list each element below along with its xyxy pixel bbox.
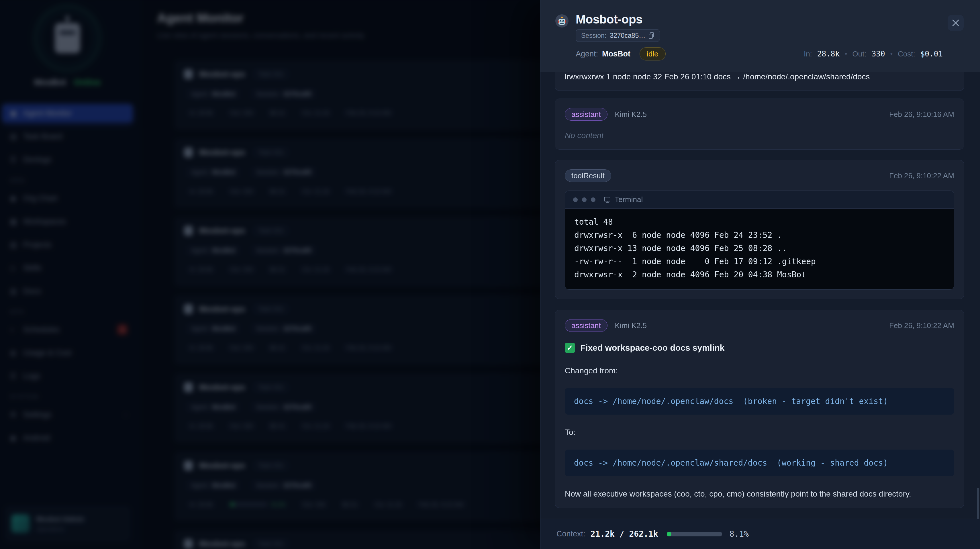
robot-avatar-icon bbox=[555, 14, 568, 27]
agent-name: MosBot bbox=[602, 49, 630, 59]
message-paragraph: Changed from: bbox=[565, 366, 954, 376]
session-id-badge[interactable]: Session: 3270ca85… bbox=[576, 29, 660, 42]
screen: MosBot Online ▣ Agent Monitor ▤ Task Boa… bbox=[0, 0, 980, 549]
terminal-line: drwxrwsr-x 6 node node 4096 Feb 24 23:52… bbox=[574, 229, 945, 242]
session-stats: In: 28.8k • Out: 330 • Cost: $0.01 bbox=[804, 47, 943, 61]
terminal-line: drwxrwsr-x 2 node node 4096 Feb 20 04:38… bbox=[574, 268, 945, 282]
context-footer: Context: 21.2k / 262.1k 8.1% bbox=[541, 519, 980, 549]
code-block: docs -> /home/node/.openclaw/docs (broke… bbox=[565, 388, 954, 415]
session-drawer: Mosbot-ops Session: 3270ca85… Agent: Mos… bbox=[540, 0, 980, 549]
agent-row: Agent: MosBot idle bbox=[576, 47, 666, 61]
timestamp: Feb 26, 9:10:16 AM bbox=[889, 110, 954, 119]
session-id: 3270ca85… bbox=[610, 32, 645, 40]
message-card-toolresult: toolResult Feb 26, 9:10:22 AM bbox=[555, 160, 964, 299]
code-text: docs -> /home/node/.openclaw/shared/docs… bbox=[574, 458, 888, 468]
in-label: In: bbox=[804, 49, 812, 59]
separator-dot: • bbox=[890, 50, 892, 58]
code-text: docs -> /home/node/.openclaw/docs (broke… bbox=[574, 396, 888, 406]
window-dot-icon bbox=[573, 197, 578, 202]
copy-icon[interactable] bbox=[649, 32, 654, 39]
in-value: 28.8k bbox=[817, 49, 840, 58]
no-content-text: No content bbox=[565, 131, 954, 140]
close-button[interactable] bbox=[948, 15, 964, 31]
close-icon bbox=[952, 19, 959, 27]
out-label: Out: bbox=[853, 49, 867, 59]
timestamp: Feb 26, 9:10:22 AM bbox=[889, 321, 954, 330]
window-dot-icon bbox=[591, 197, 595, 202]
scrollbar-thumb[interactable] bbox=[977, 488, 979, 519]
context-total: 262.1k bbox=[629, 529, 658, 539]
message-card-assistant-fix: assistant Kimi K2.5 Feb 26, 9:10:22 AM ✓… bbox=[555, 310, 964, 508]
message-text: lrwxrwxrwx 1 node node 32 Feb 26 01:10 d… bbox=[565, 72, 954, 81]
context-progress-fill bbox=[667, 532, 671, 536]
cost-value: $0.01 bbox=[920, 49, 943, 58]
context-percent: 8.1% bbox=[730, 529, 749, 539]
cost-label: Cost: bbox=[898, 49, 915, 59]
role-badge: assistant bbox=[565, 108, 608, 121]
terminal-line: -rw-rw-r-- 1 node node 0 Feb 17 09:12 .g… bbox=[574, 255, 945, 268]
timestamp: Feb 26, 9:10:22 AM bbox=[889, 171, 954, 180]
role-badge: toolResult bbox=[565, 169, 611, 182]
terminal-window: Terminal total 48 drwxrwsr-x 6 node node… bbox=[565, 191, 954, 290]
context-separator: / bbox=[619, 529, 624, 539]
message-paragraph: To: bbox=[565, 428, 954, 437]
status-badge: idle bbox=[640, 47, 665, 60]
context-label: Context: bbox=[557, 530, 585, 538]
out-value: 330 bbox=[872, 49, 885, 58]
code-block: docs -> /home/node/.openclaw/shared/docs… bbox=[565, 450, 954, 476]
model-name: Kimi K2.5 bbox=[615, 110, 647, 119]
model-name: Kimi K2.5 bbox=[615, 321, 647, 330]
message-list: lrwxrwxrwx 1 node node 32 Feb 26 01:10 d… bbox=[541, 72, 980, 519]
check-mark-icon: ✓ bbox=[565, 343, 575, 353]
context-progress-bar bbox=[667, 532, 722, 536]
drawer-title: Mosbot-ops bbox=[576, 13, 643, 26]
terminal-title: Terminal bbox=[615, 195, 643, 204]
message-card-assistant: assistant Kimi K2.5 Feb 26, 9:10:16 AM N… bbox=[555, 99, 964, 150]
message-heading: Fixed workspace-coo docs symlink bbox=[580, 343, 725, 353]
message-card-partial: lrwxrwxrwx 1 node node 32 Feb 26 01:10 d… bbox=[555, 72, 964, 91]
terminal-titlebar: Terminal bbox=[565, 191, 954, 208]
drawer-header: Mosbot-ops Session: 3270ca85… Agent: Mos… bbox=[541, 0, 980, 72]
message-paragraph: Now all executive workspaces (coo, cto, … bbox=[565, 489, 954, 498]
session-label: Session: bbox=[581, 32, 606, 40]
separator-dot: • bbox=[845, 50, 847, 58]
monitor-icon bbox=[604, 196, 611, 203]
agent-label: Agent: bbox=[576, 49, 598, 59]
role-badge: assistant bbox=[565, 319, 608, 332]
window-dot-icon bbox=[582, 197, 587, 202]
terminal-output: total 48 drwxrwsr-x 6 node node 4096 Feb… bbox=[565, 208, 954, 290]
terminal-line: total 48 bbox=[574, 215, 945, 229]
terminal-line: drwxrwsr-x 13 node node 4096 Feb 25 08:2… bbox=[574, 242, 945, 255]
context-used: 21.2k bbox=[590, 529, 615, 539]
